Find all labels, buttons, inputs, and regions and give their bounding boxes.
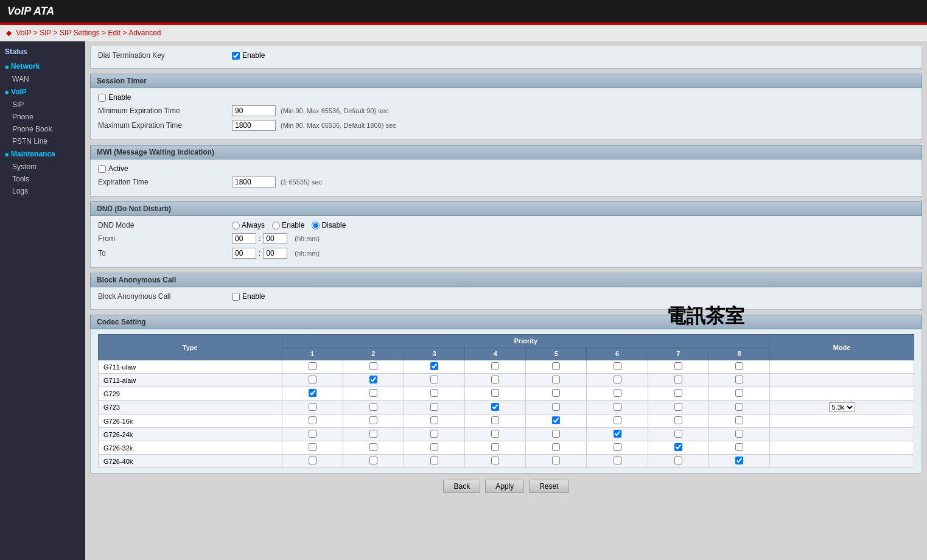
codec-check-3-1[interactable] <box>369 403 377 411</box>
sidebar-item-logs[interactable]: Logs <box>0 185 85 197</box>
dnd-from-mm[interactable] <box>263 233 287 244</box>
codec-check-0-4[interactable] <box>552 362 560 370</box>
codec-check-3-5[interactable] <box>614 403 621 411</box>
codec-check-7-3[interactable] <box>491 457 499 464</box>
codec-check-5-6[interactable] <box>674 430 682 438</box>
codec-check-5-1[interactable] <box>369 430 377 438</box>
dnd-enable-radio[interactable] <box>272 222 280 229</box>
dnd-to-hh[interactable] <box>232 248 256 259</box>
codec-check-1-0[interactable] <box>309 376 317 383</box>
codec-check-6-6[interactable] <box>674 443 682 451</box>
codec-check-3-7[interactable] <box>735 403 743 411</box>
codec-check-7-0[interactable] <box>309 457 317 464</box>
codec-check-2-2[interactable] <box>430 389 438 397</box>
codec-check-7-6[interactable] <box>674 457 682 464</box>
mwi-active-checkbox[interactable] <box>98 165 106 173</box>
codec-check-5-2[interactable] <box>430 430 438 438</box>
codec-check-0-2[interactable] <box>430 362 438 370</box>
codec-check-5-5[interactable] <box>614 430 621 438</box>
codec-check-6-7[interactable] <box>735 443 743 451</box>
back-button[interactable]: Back <box>443 480 480 493</box>
session-timer-enable-checkbox[interactable] <box>98 94 106 102</box>
codec-content: Type Priority Mode 1 2 3 4 5 6 7 8 <box>90 329 922 474</box>
codec-check-0-1[interactable] <box>369 362 377 370</box>
codec-check-4-7[interactable] <box>735 416 743 424</box>
codec-check-1-5[interactable] <box>614 376 621 383</box>
codec-check-5-7[interactable] <box>735 430 743 438</box>
codec-check-6-4[interactable] <box>552 443 560 451</box>
sidebar-tools-label: Tools <box>12 175 29 183</box>
codec-check-2-7[interactable] <box>735 389 743 397</box>
sidebar-item-tools[interactable]: Tools <box>0 173 85 185</box>
codec-check-5-4[interactable] <box>552 430 560 438</box>
dnd-from-hh[interactable] <box>232 233 256 244</box>
codec-check-4-4[interactable] <box>552 416 560 424</box>
sidebar-section-network[interactable]: ■Network <box>0 60 85 73</box>
sidebar-item-sip[interactable]: SIP <box>0 99 85 111</box>
codec-check-2-6[interactable] <box>674 389 682 397</box>
codec-check-7-1[interactable] <box>369 457 377 464</box>
sidebar-item-wan[interactable]: WAN <box>0 73 85 85</box>
codec-check-3-3[interactable] <box>491 403 499 411</box>
dnd-disable-radio[interactable] <box>312 222 320 229</box>
codec-mode-select-3[interactable]: 5.3k6.3k <box>829 402 855 412</box>
apply-button[interactable]: Apply <box>485 480 524 493</box>
codec-check-1-2[interactable] <box>430 376 438 383</box>
codec-check-4-0[interactable] <box>309 416 317 424</box>
sidebar-item-pstnline[interactable]: PSTN Line <box>0 135 85 147</box>
sidebar-item-phone[interactable]: Phone <box>0 111 85 123</box>
codec-check-6-0[interactable] <box>309 443 317 451</box>
codec-check-0-7[interactable] <box>735 362 743 370</box>
codec-check-1-1[interactable] <box>369 376 377 383</box>
dnd-always-radio[interactable] <box>232 222 240 229</box>
codec-check-1-6[interactable] <box>674 376 682 383</box>
codec-check-7-7[interactable] <box>735 457 743 464</box>
codec-check-3-2[interactable] <box>430 403 438 411</box>
sidebar-section-maintenance[interactable]: ■Maintenance <box>0 147 85 161</box>
codec-check-2-4[interactable] <box>552 389 560 397</box>
sidebar-item-phonebook[interactable]: Phone Book <box>0 123 85 135</box>
min-exp-input[interactable] <box>232 105 276 116</box>
mwi-exp-input[interactable] <box>232 177 276 187</box>
sidebar-section-voip[interactable]: ■VoIP <box>0 85 85 99</box>
codec-check-2-5[interactable] <box>614 389 621 397</box>
sidebar-item-system[interactable]: System <box>0 161 85 173</box>
codec-check-1-7[interactable] <box>735 376 743 383</box>
codec-check-5-3[interactable] <box>491 430 499 438</box>
dnd-disable-option[interactable]: Disable <box>312 221 346 229</box>
codec-check-2-0[interactable] <box>309 389 317 397</box>
codec-check-4-6[interactable] <box>674 416 682 424</box>
codec-check-3-4[interactable] <box>552 403 560 411</box>
block-anon-checkbox[interactable] <box>232 293 240 301</box>
codec-check-6-1[interactable] <box>369 443 377 451</box>
codec-check-6-2[interactable] <box>430 443 438 451</box>
codec-check-4-2[interactable] <box>430 416 438 424</box>
max-exp-input[interactable] <box>232 120 276 131</box>
codec-check-4-1[interactable] <box>369 416 377 424</box>
codec-check-0-6[interactable] <box>674 362 682 370</box>
dnd-to-mm[interactable] <box>263 248 287 259</box>
codec-check-1-4[interactable] <box>552 376 560 383</box>
codec-check-2-3[interactable] <box>491 389 499 397</box>
reset-button[interactable]: Reset <box>529 480 568 493</box>
codec-check-1-3[interactable] <box>491 376 499 383</box>
codec-check-6-5[interactable] <box>614 443 621 451</box>
codec-check-3-0[interactable] <box>309 403 317 411</box>
codec-check-0-5[interactable] <box>614 362 621 370</box>
codec-check-6-3[interactable] <box>491 443 499 451</box>
codec-check-4-5[interactable] <box>614 416 621 424</box>
dnd-enable-option[interactable]: Enable <box>272 221 304 229</box>
codec-check-7-4[interactable] <box>552 457 560 464</box>
codec-check-4-3[interactable] <box>491 416 499 424</box>
codec-check-7-5[interactable] <box>614 457 621 464</box>
dnd-always-option[interactable]: Always <box>232 221 265 229</box>
dial-termination-checkbox[interactable] <box>232 52 240 60</box>
codec-check-3-6[interactable] <box>674 403 682 411</box>
dial-termination-label: Dial Termination Key <box>98 51 232 60</box>
dnd-from-note: (hh:mm) <box>295 235 320 242</box>
codec-check-2-1[interactable] <box>369 389 377 397</box>
codec-check-0-3[interactable] <box>491 362 499 370</box>
codec-check-7-2[interactable] <box>430 457 438 464</box>
codec-check-5-0[interactable] <box>309 430 317 438</box>
codec-check-0-0[interactable] <box>309 362 317 370</box>
